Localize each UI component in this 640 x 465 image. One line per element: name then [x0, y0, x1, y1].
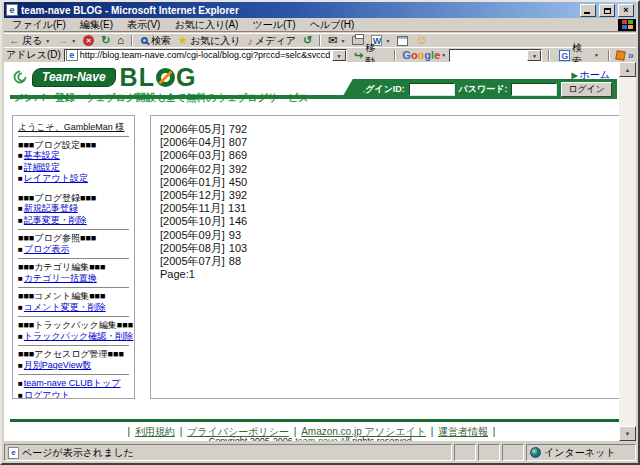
vertical-scrollbar[interactable]: ▲ ▼: [619, 62, 636, 441]
sidebar-section-header: ■■■カテゴリ編集■■■: [18, 262, 129, 273]
toolbar-separator: [319, 35, 321, 46]
sidebar-link[interactable]: カテゴリ一括置換: [24, 273, 97, 283]
blog-letters-left: BL: [120, 63, 155, 92]
sidebar-item-detail-settings[interactable]: ■詳細設定: [18, 162, 129, 174]
archive-row: [2006年02月]392: [160, 163, 612, 176]
archive-count: 131: [228, 202, 246, 214]
archive-row: [2005年07月]88: [160, 255, 612, 268]
home-button[interactable]: ⌂: [114, 34, 127, 47]
menu-file[interactable]: ファイル(F): [5, 17, 73, 33]
divider: [18, 136, 129, 137]
copyright-link[interactable]: team-nave: [295, 436, 338, 441]
restore-button[interactable]: [599, 4, 615, 17]
sidebar-link[interactable]: レイアウト設定: [24, 173, 88, 183]
menu-tools[interactable]: ツール(T): [245, 17, 302, 33]
status-pane: [454, 444, 476, 461]
standard-toolbar: ← 戻る ▼ → ▼ × ↻ ⌂ 検索 ★ お気に入り ♪ メディア: [4, 33, 636, 47]
address-input[interactable]: e http://blog.team-nave.com/cgi-local/bl…: [64, 49, 347, 62]
globe-icon: [530, 447, 541, 458]
google-logo[interactable]: G o o g l e ▼: [402, 49, 446, 61]
archive-month: [2005年10月]: [160, 215, 225, 227]
sidebar-link[interactable]: トラックバック確認・削除: [24, 331, 133, 341]
history-button[interactable]: ↺: [300, 34, 315, 47]
scroll-up-icon[interactable]: ▲: [619, 62, 636, 77]
password-input[interactable]: [511, 83, 557, 96]
back-icon: ←: [9, 35, 20, 46]
refresh-icon: ↻: [101, 35, 110, 46]
sidebar-item-club-top[interactable]: ■team-nave CLUBトップ: [18, 378, 129, 390]
menu-view[interactable]: 表示(V): [120, 17, 167, 33]
scroll-down-icon[interactable]: ▼: [619, 426, 636, 441]
back-button[interactable]: ← 戻る ▼: [6, 34, 53, 47]
window-title: team-nave BLOG - Microsoft Internet Expl…: [21, 5, 577, 16]
discuss-button[interactable]: [394, 34, 411, 47]
url-page-icon: e: [66, 49, 78, 61]
sidebar-item-view-blog[interactable]: ■ブログ表示: [18, 244, 129, 256]
menu-edit[interactable]: 編集(E): [73, 17, 120, 33]
sidebar-item-basic-settings[interactable]: ■基本設定: [18, 150, 129, 162]
sidebar-item-new-post[interactable]: ■新規記事登録: [18, 203, 129, 215]
site-logo[interactable]: Team-Nave BL G: [12, 65, 196, 89]
media-button[interactable]: ♪ メディア: [245, 34, 299, 47]
google-letter: o: [411, 49, 418, 61]
search-button[interactable]: 検索: [137, 34, 174, 47]
archive-month: [2005年07月]: [160, 255, 225, 267]
sidebar-item-edit-delete-post[interactable]: ■記事変更・削除: [18, 215, 129, 227]
sidebar-link[interactable]: team-nave CLUBトップ: [24, 378, 121, 388]
sidebar-item-logout[interactable]: ■ログアウト: [18, 390, 129, 400]
sidebar-link[interactable]: 月別PageView数: [24, 360, 91, 370]
menu-favorites[interactable]: お気に入り(A): [167, 17, 245, 33]
sidebar-section-header: ■■■ブログ登録■■■: [18, 193, 129, 204]
back-label: 戻る: [22, 34, 42, 48]
sidebar-item-edit-delete-comments[interactable]: ■コメント変更・削除: [18, 302, 129, 314]
forward-button[interactable]: → ▼: [54, 34, 79, 47]
sidebar-link[interactable]: ブログ表示: [24, 244, 70, 254]
sidebar-link[interactable]: コメント変更・削除: [24, 302, 106, 312]
google-dropdown-icon[interactable]: ▼: [441, 52, 446, 58]
address-dropdown-icon[interactable]: ▼: [332, 50, 346, 61]
google-search-dropdown-icon[interactable]: ▼: [594, 52, 599, 58]
bullet-icon: ■: [18, 174, 23, 183]
archive-row: [2006年01月]450: [160, 176, 612, 189]
sidebar-item-trackback-confirm-delete[interactable]: ■トラックバック確認・削除: [18, 331, 129, 343]
url-text: http://blog.team-nave.com/cgi-local/blog…: [80, 50, 330, 60]
sidebar-link[interactable]: 新規記事登録: [24, 203, 78, 213]
login-id-input[interactable]: [409, 83, 455, 96]
messenger-icon: ☺: [415, 35, 427, 46]
sidebar-item-layout-settings[interactable]: ■レイアウト設定: [18, 173, 129, 185]
mail-dropdown-icon[interactable]: ▼: [340, 38, 345, 44]
minimize-button[interactable]: [580, 4, 596, 17]
bullet-icon: ■: [18, 245, 23, 254]
sidebar-link[interactable]: 基本設定: [24, 150, 60, 160]
sidebar-item-category-replace[interactable]: ■カテゴリ一括置換: [18, 273, 129, 285]
google-input-dropdown-icon[interactable]: ▼: [527, 50, 541, 61]
favorites-button[interactable]: ★ お気に入り: [175, 34, 244, 47]
header-green-strip: [10, 95, 376, 99]
menu-help[interactable]: ヘルプ(H): [303, 17, 362, 33]
sidebar-link[interactable]: 詳細設定: [24, 162, 60, 172]
close-button[interactable]: ×: [618, 4, 634, 17]
google-search-input[interactable]: ▼: [449, 49, 542, 62]
mail-button[interactable]: ✉ ▼: [325, 34, 348, 47]
highlighter-icon[interactable]: [615, 50, 625, 60]
login-button[interactable]: ログイン: [561, 82, 612, 97]
divider: [18, 287, 129, 288]
restore-icon: [604, 8, 611, 14]
more-buttons-chevron[interactable]: »: [628, 49, 634, 61]
sidebar-link[interactable]: 記事変更・削除: [24, 215, 87, 225]
sidebar-item-monthly-pageview[interactable]: ■月別PageView数: [18, 360, 129, 372]
messenger-button[interactable]: ☺: [412, 34, 430, 47]
login-id-label: ログインID:: [356, 83, 405, 96]
go-button[interactable]: ↪ 移動: [350, 49, 388, 62]
bullet-icon: ■: [18, 379, 23, 388]
welcome-message[interactable]: ようこそ、GambleMan 様: [18, 122, 129, 133]
google-search-button[interactable]: G 検索 ▼: [556, 49, 602, 62]
back-dropdown-icon[interactable]: ▼: [45, 38, 50, 44]
toolbar-separator: [131, 35, 133, 46]
refresh-button[interactable]: ↻: [98, 34, 113, 47]
sidebar-link[interactable]: ログアウト: [24, 390, 70, 400]
stop-button[interactable]: ×: [80, 34, 97, 47]
forward-dropdown-icon[interactable]: ▼: [71, 38, 76, 44]
edit-dropdown-icon[interactable]: ▼: [385, 38, 390, 44]
archive-month: [2005年09月]: [160, 229, 225, 241]
